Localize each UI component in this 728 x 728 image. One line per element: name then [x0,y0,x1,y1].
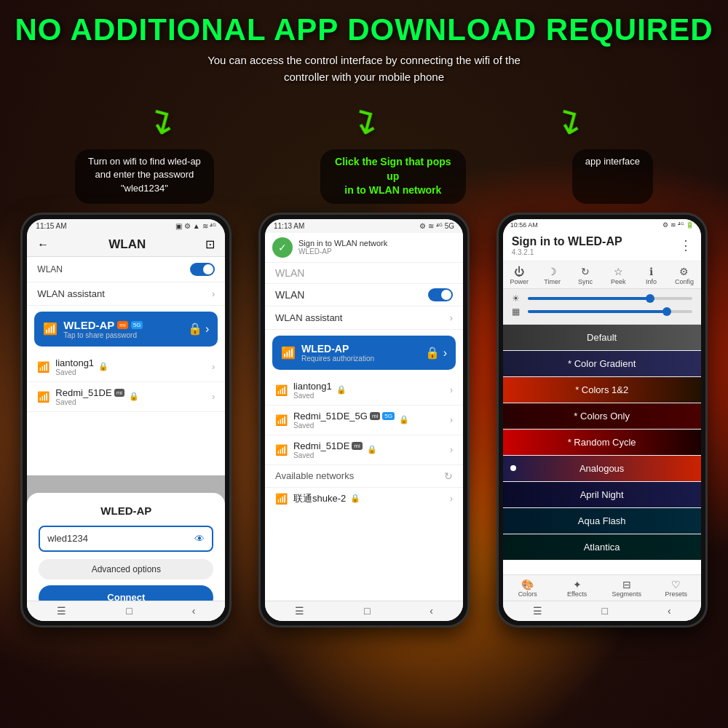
preset-analogous[interactable]: Analogous [503,456,701,482]
preset-randomcycle[interactable]: * Random Cycle [503,430,701,456]
phone2-notification[interactable]: ✓ Sign in to WLAN network WLED-AP [265,233,463,263]
preset-dot [510,465,516,471]
main-title: NO ADDITIONAL APP DOWNLOAD REQUIRED [15,13,713,47]
tab-sync[interactable]: ↻ Sync [569,261,601,288]
phone2-available-section: Available networks ↻ [265,465,463,488]
step2-label: Click the Sign that pops upin to WLAN ne… [320,149,466,204]
phone3-nav: ☰ □ ‹ [503,601,701,621]
step3-label: app interface [572,149,653,204]
advanced-options-button[interactable]: Advanced options [39,559,213,579]
phone1-wlan-toggle: WLAN [27,257,225,282]
phone3-preset-list: Default * Color Gradient * Colors 1&2 * … [503,325,701,572]
timer-icon: ☽ [537,266,567,277]
wifi-icon-ap: 📶 [281,346,296,360]
wifi-icon-1: 📶 [37,361,50,373]
brightness-icon: ☀ [512,293,523,304]
nav3-home[interactable]: □ [602,605,608,617]
nav3-menu[interactable]: ☰ [533,605,542,617]
phone2-network2[interactable]: 📶 Redmi_51DE_5G mi 5G Saved 🔒 › [265,405,463,435]
nav-menu[interactable]: ☰ [57,605,66,617]
phones-row: 11:15 AM ▣ ⚙ ▲ ≋ ⁴ᴳ ← WLAN ⊡ WLAN WLAN a… [0,213,728,628]
main-subtitle: You can access the control interface by … [15,52,713,85]
info-icon: ℹ [636,266,666,277]
header-section: NO ADDITIONAL APP DOWNLOAD REQUIRED You … [0,0,728,92]
nav2-home[interactable]: □ [364,605,370,617]
arrows-row: ↴ ↴ ↴ [0,92,728,149]
arrow-1: ↴ [140,97,181,146]
labels-row: Turn on wifi to find wled-apand enter th… [0,149,728,204]
notify-icon: ✓ [272,237,293,258]
arrow-2: ↴ [344,97,384,146]
phone2-wlan-label: WLAN [265,263,463,284]
phone3-header: Sign in to WLED-AP 4.3.2.1 ⋮ [503,231,701,261]
eye-icon: 👁 [194,533,205,545]
bottom-tab-effects[interactable]: ✦ Effects [553,575,602,601]
config-icon: ⚙ [669,266,699,277]
phone3-nav-tabs: ⏻ Power ☽ Timer ↻ Sync ☆ Peek ℹ Info [503,261,701,289]
phone-1: 11:15 AM ▣ ⚙ ▲ ≋ ⁴ᴳ ← WLAN ⊡ WLAN WLAN a… [20,213,232,628]
phone3-statusbar: 10:56 AM ⚙ ≋ ⁴ᴳ 🔋 [503,219,701,231]
bottom-tab-colors[interactable]: 🎨 Colors [503,575,553,601]
phone1-network2[interactable]: 📶 Redmi_51DE mi Saved 🔒 › [27,382,225,412]
effects-icon: ✦ [554,579,601,590]
preset-colors12[interactable]: * Colors 1&2 [503,377,701,403]
nav3-back[interactable]: ‹ [668,605,671,617]
speed-icon: ▦ [512,306,523,317]
segments-icon: ⊟ [604,579,650,590]
speed-fill [528,310,668,313]
more-icon[interactable]: ⋮ [679,237,692,253]
phone2-wlan-row: WLAN [265,284,463,306]
preset-aprilnight[interactable]: April Night [503,482,701,508]
phone2-screen: 11:13 AM ⚙ ≋ ⁴ᴳ 5G ✓ Sign in to WLAN net… [265,219,463,621]
password-input[interactable]: wled1234 👁 [39,526,213,552]
phone1-wled-ap[interactable]: 📶 WLED-AP mi 5G Tap to share password 🔒 … [34,312,218,347]
presets-icon: ♡ [653,579,700,590]
nav2-back[interactable]: ‹ [430,605,433,617]
phone1-screen: 11:15 AM ▣ ⚙ ▲ ≋ ⁴ᴳ ← WLAN ⊡ WLAN WLAN a… [27,219,225,621]
tab-info[interactable]: ℹ Info [635,261,668,288]
phone2-network3[interactable]: 📶 Redmi_51DE mi Saved 🔒 › [265,435,463,465]
preset-atlantica[interactable]: Atlantica [503,534,701,561]
speed-slider[interactable] [528,310,692,313]
preset-default[interactable]: Default [503,325,701,351]
speed-thumb [662,307,671,316]
phone1-network1[interactable]: 📶 liantong1 Saved 🔒 › [27,352,225,382]
brightness-thumb [646,294,654,303]
phone2-wled-ap[interactable]: 📶 WLED-AP Requires authorization 🔒 › [272,336,456,370]
bottom-tab-segments[interactable]: ⊟ Segments [602,575,652,601]
bottom-tab-presets[interactable]: ♡ Presets [652,575,701,601]
tab-timer[interactable]: ☽ Timer [536,261,569,288]
phone1-dialog: WLED-AP wled1234 👁 Advanced options Conn… [27,475,225,621]
tab-peek[interactable]: ☆ Peek [602,261,635,288]
phone-3: 10:56 AM ⚙ ≋ ⁴ᴳ 🔋 Sign in to WLED-AP 4.3… [496,213,708,628]
phone1-nav: ☰ □ ‹ [27,601,225,621]
nav2-menu[interactable]: ☰ [295,605,304,617]
wifi-icon-2: 📶 [37,391,50,403]
phone2-network1[interactable]: 📶 liantong1 Saved 🔒 › [265,376,463,405]
phone2-nav: ☰ □ ‹ [265,601,463,621]
refresh-icon[interactable]: ↻ [444,470,453,482]
phone-2: 11:13 AM ⚙ ≋ ⁴ᴳ 5G ✓ Sign in to WLAN net… [258,213,470,628]
phone1-assistant[interactable]: WLAN assistant › [27,282,225,306]
phone2-wlan-toggle[interactable] [428,288,453,301]
preset-aquaflash[interactable]: Aqua Flash [503,508,701,534]
phone2-assistant[interactable]: WLAN assistant › [265,306,463,330]
arrow-3: ↴ [547,97,588,146]
brightness-slider[interactable] [528,297,692,300]
tab-power[interactable]: ⏻ Power [503,261,536,288]
step1-label: Turn on wifi to find wled-apand enter th… [75,149,214,204]
nav-back[interactable]: ‹ [192,605,196,617]
peek-icon: ☆ [604,266,633,277]
preset-colorgrad[interactable]: * Color Gradient [503,351,701,377]
wlan-toggle[interactable] [190,263,215,276]
nav-home[interactable]: □ [126,605,132,617]
speed-slider-row: ▦ [512,306,692,317]
phone2-network4[interactable]: 📶 联通shuke-2 🔒 › [265,488,463,510]
tab-config[interactable]: ⚙ Config [668,261,700,288]
wifi-icon: 📶 [43,322,58,336]
preset-colorsonly[interactable]: * Colors Only [503,403,701,430]
phone3-sliders: ☀ ▦ [503,289,701,325]
brightness-fill [528,297,652,300]
colors-icon: 🎨 [505,579,551,590]
phone3-screen: 10:56 AM ⚙ ≋ ⁴ᴳ 🔋 Sign in to WLED-AP 4.3… [503,219,701,621]
